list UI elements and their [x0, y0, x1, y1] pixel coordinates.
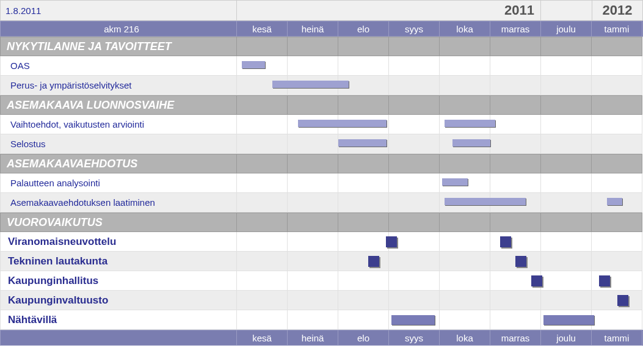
gantt-cell	[541, 271, 592, 291]
month-footer-row: kesä heinä elo syys loka marras joulu ta…	[0, 330, 643, 346]
gantt-cell	[541, 252, 592, 271]
task-name: Kaupunginhallitus	[0, 271, 237, 291]
section-cell	[338, 213, 389, 232]
task-name: Palautteen analysointi	[0, 173, 237, 193]
gantt-cell	[288, 56, 338, 76]
task-row: Tekninen lautakunta	[0, 252, 643, 271]
gantt-cell	[237, 291, 288, 310]
gantt-cell	[338, 310, 389, 330]
month-4: loka	[440, 21, 490, 37]
year-row: 1.8.2011 2011 2012	[0, 0, 643, 21]
task-cells	[237, 193, 642, 213]
gantt-cell	[237, 232, 288, 252]
fmonth-1: heinä	[288, 330, 338, 346]
section-cell	[440, 154, 490, 173]
gantt-cell	[541, 193, 592, 213]
gantt-cell	[541, 232, 592, 252]
section-cell	[237, 154, 288, 173]
task-row: Kaupunginhallitus	[0, 271, 643, 291]
month-6: joulu	[541, 21, 592, 37]
task-cells	[237, 173, 642, 193]
section-cell	[592, 37, 642, 56]
footer-spacer	[0, 330, 237, 346]
fmonth-7: tammi	[592, 330, 642, 346]
section-cell	[541, 154, 592, 173]
fmonth-6: joulu	[541, 330, 592, 346]
task-name: OAS	[0, 56, 237, 76]
gantt-cell	[541, 76, 592, 95]
year-spacer	[541, 0, 592, 21]
task-name: Asemakaavaehdotuksen laatiminen	[0, 193, 237, 213]
fmonth-3: syys	[389, 330, 440, 346]
gantt-cell	[288, 232, 338, 252]
fmonth-5: marras	[490, 330, 541, 346]
month-2: elo	[338, 21, 389, 37]
section-header: NYKYTILANNE JA TAVOITTEET	[0, 37, 643, 56]
gantt-cell	[541, 56, 592, 76]
section-cell	[592, 154, 642, 173]
section-cell	[237, 95, 288, 115]
gantt-cell	[490, 291, 541, 310]
section-cell	[490, 95, 541, 115]
gantt-cell	[237, 173, 288, 193]
gantt-cell	[288, 134, 338, 154]
gantt-cell	[592, 310, 642, 330]
year-2012: 2012	[592, 0, 643, 21]
section-header: VUOROVAIKUTUS	[0, 213, 643, 232]
gantt-bar	[391, 315, 435, 325]
task-row: Vaihtoehdot, vaikutusten arviointi	[0, 115, 643, 134]
gantt-cell	[490, 310, 541, 330]
gantt-bar	[607, 198, 622, 205]
section-title: VUOROVAIKUTUS	[0, 213, 237, 232]
gantt-cell	[338, 291, 389, 310]
task-cells	[237, 271, 642, 291]
gantt-cell	[288, 310, 338, 330]
section-cell	[288, 95, 338, 115]
milestone-icon	[500, 236, 511, 247]
gantt-cell	[592, 115, 642, 134]
gantt-cell	[440, 291, 490, 310]
gantt-cell	[338, 173, 389, 193]
task-cells	[237, 252, 642, 271]
gantt-cell	[440, 56, 490, 76]
task-name: Vaihtoehdot, vaikutusten arviointi	[0, 115, 237, 134]
month-7: tammi	[592, 21, 642, 37]
gantt-cell	[237, 310, 288, 330]
milestone-icon	[515, 256, 526, 267]
task-row: OAS	[0, 56, 643, 76]
section-cell	[338, 37, 389, 56]
month-5: marras	[490, 21, 541, 37]
section-cell	[440, 37, 490, 56]
gantt-bar	[272, 81, 349, 88]
task-name: Selostus	[0, 134, 237, 154]
section-cell	[389, 213, 440, 232]
gantt-bar	[445, 120, 495, 127]
task-name: Viranomaisneuvottelu	[0, 232, 237, 252]
gantt-bar	[242, 61, 264, 68]
section-cell	[440, 213, 490, 232]
section-cell	[237, 37, 288, 56]
gantt-cell	[541, 115, 592, 134]
task-cells	[237, 232, 642, 252]
task-row: Selostus	[0, 134, 643, 154]
month-3: syys	[389, 21, 440, 37]
gantt-cell	[288, 291, 338, 310]
gantt-cell	[389, 271, 440, 291]
section-cell	[541, 95, 592, 115]
gantt-bar	[298, 120, 387, 127]
year-2011-label: 2011	[504, 2, 540, 18]
gantt-cell	[389, 76, 440, 95]
milestone-icon	[599, 275, 610, 286]
gantt-cell	[288, 271, 338, 291]
section-cell	[592, 213, 642, 232]
gantt-cell	[389, 193, 440, 213]
task-cells	[237, 76, 642, 95]
task-row: Asemakaavaehdotuksen laatiminen	[0, 193, 643, 213]
gantt-cell	[541, 134, 592, 154]
gantt-cell	[440, 310, 490, 330]
gantt-cell	[288, 173, 338, 193]
task-row: Viranomaisneuvottelu	[0, 232, 643, 252]
section-cell	[338, 95, 389, 115]
gantt-bar	[338, 139, 387, 147]
task-cells	[237, 291, 642, 310]
